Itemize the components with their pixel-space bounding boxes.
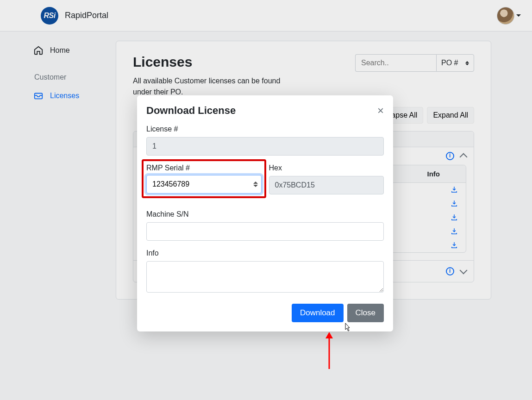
download-button[interactable]: Download <box>292 304 344 322</box>
info-label: Info <box>146 249 384 257</box>
close-icon[interactable]: × <box>377 105 384 116</box>
license-number-label: License # <box>146 125 384 133</box>
rmp-serial-label: RMP Serial # <box>146 164 262 172</box>
modal-title: Download License <box>146 105 236 117</box>
info-textarea[interactable] <box>146 261 384 293</box>
download-license-modal: Download License × License # RMP Serial … <box>137 95 393 331</box>
rmp-serial-input[interactable] <box>146 175 262 194</box>
license-number-field <box>146 137 384 156</box>
serial-highlight: RMP Serial # <box>142 159 266 198</box>
hex-field <box>269 176 384 194</box>
close-button[interactable]: Close <box>347 304 384 322</box>
machine-sn-label: Machine S/N <box>146 210 384 219</box>
spinner-icon[interactable] <box>253 181 258 187</box>
hex-label: Hex <box>269 164 384 172</box>
machine-sn-input[interactable] <box>146 222 384 241</box>
